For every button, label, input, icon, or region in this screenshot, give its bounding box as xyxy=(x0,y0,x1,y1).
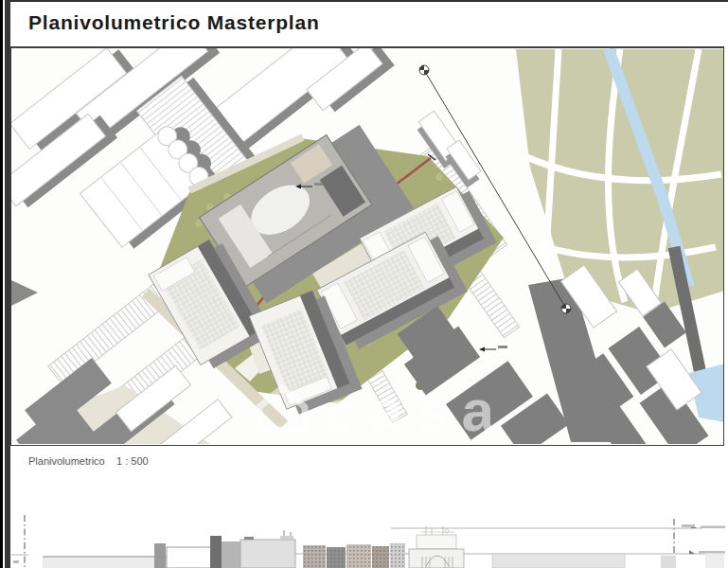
drawing-sheet: Planivolumetrico Masterplan xyxy=(0,0,728,568)
elevation-preview xyxy=(0,511,728,568)
sheet-header: Planivolumetrico Masterplan xyxy=(10,0,728,46)
site-plan-drawing xyxy=(11,48,724,444)
elevation-facades xyxy=(43,525,724,568)
caption-row: Planivolumetrico 1 : 500 xyxy=(10,447,724,475)
caption-scale: 1 : 500 xyxy=(116,455,149,467)
section-marker-icon xyxy=(561,304,571,313)
page-title: Planivolumetrico Masterplan xyxy=(10,2,728,34)
masterplan-viewport: casa xyxy=(10,46,724,446)
section-marker-icon xyxy=(419,65,429,75)
caption-label: Planivolumetrico xyxy=(28,455,114,467)
scan-edge-bar xyxy=(0,0,10,568)
park-ne xyxy=(516,49,724,313)
arched-facade xyxy=(409,525,464,568)
